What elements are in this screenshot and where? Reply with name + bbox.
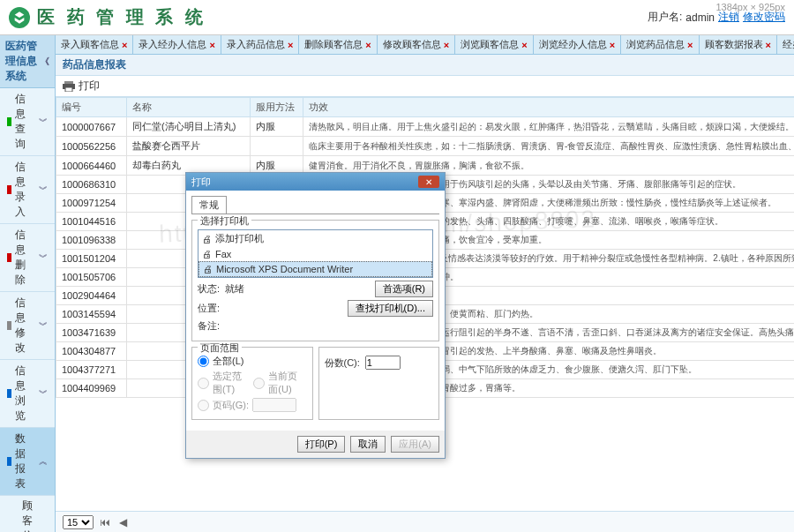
tab-general[interactable]: 常规: [191, 196, 227, 214]
pager: 15 ⏮ ◀ 显示1到15,共4813记录: [56, 511, 794, 532]
range-all-radio[interactable]: [198, 356, 209, 367]
table-row[interactable]: 1000007667同仁堂(清心明目上清丸)内服清热散风，明目止痛。用于上焦火盛…: [56, 117, 795, 137]
menu-icon: [7, 253, 11, 262]
tab[interactable]: 顾客数据报表×: [700, 35, 777, 54]
chevron-down-icon: ︾: [39, 116, 48, 128]
chevron-down-icon: ︾: [39, 387, 48, 400]
sidebar-item[interactable]: 信息查询︾: [0, 88, 55, 156]
printer-icon: 🖨: [202, 249, 212, 259]
svg-rect-0: [64, 81, 73, 84]
printer-group: 选择打印机 🖨添加打印机🖨Fax🖨Microsoft XPS Document …: [191, 220, 439, 341]
column-header[interactable]: 编号: [56, 98, 127, 117]
chevron-down-icon: ︾: [39, 184, 48, 196]
menu-icon: [7, 117, 11, 126]
chevron-up-icon: ︽: [39, 455, 48, 468]
tab-close-icon[interactable]: ×: [122, 40, 127, 50]
column-header[interactable]: 名称: [127, 98, 251, 117]
sidebar-item[interactable]: 信息浏览︾: [0, 360, 55, 428]
first-page-btn[interactable]: ⏮: [99, 516, 111, 528]
tab-close-icon[interactable]: ×: [209, 40, 214, 50]
dialog-apply-button: 应用(A): [391, 436, 439, 453]
tab-close-icon[interactable]: ×: [610, 40, 615, 50]
preferences-button[interactable]: 首选项(R): [375, 281, 433, 297]
menu-icon: [7, 185, 11, 194]
tab[interactable]: 录入顾客信息×: [56, 35, 133, 54]
panel-title: 药品信息报表: [56, 55, 794, 76]
collapse-icon[interactable]: 《: [41, 56, 49, 68]
tab-close-icon[interactable]: ×: [288, 40, 293, 50]
sidebar: 医药管理信息系统 《 信息查询︾信息录入︾信息删除︾信息修改︾信息浏览︾ 数据报…: [0, 35, 56, 532]
dialog-title: 打印: [191, 176, 211, 189]
tabs-bar: 录入顾客信息×录入经办人信息×录入药品信息×删除顾客信息×修改顾客信息×浏览顾客…: [56, 35, 794, 55]
pages-input: [252, 398, 296, 412]
find-printer-button[interactable]: 查找打印机(D)...: [348, 300, 433, 317]
dialog-print-button[interactable]: 打印(P): [297, 436, 346, 453]
tab[interactable]: 录入经办人信息×: [133, 35, 221, 54]
tab[interactable]: 浏览顾客信息×: [455, 35, 533, 54]
logo-area: 医 药 管 理 系 统: [9, 5, 206, 29]
copies-input[interactable]: [365, 356, 401, 370]
sidebar-item-reports[interactable]: 数据报表 ︽: [0, 428, 55, 496]
table-row[interactable]: 1000562256盐酸赛仑西平片临床主要用于各种酸相关性疾患，如：十二指肠溃疡…: [56, 137, 795, 156]
tab-close-icon[interactable]: ×: [444, 40, 449, 50]
dialog-tabs: 常规: [191, 196, 439, 214]
chevron-down-icon: ︾: [39, 251, 48, 264]
chevron-down-icon: ︾: [39, 319, 48, 332]
printer-icon: 🖨: [203, 264, 213, 274]
dialog-titlebar[interactable]: 打印 ✕: [186, 173, 445, 191]
printer-icon: 🖨: [202, 234, 212, 244]
sidebar-title: 医药管理信息系统 《: [0, 35, 55, 88]
page-size-select[interactable]: 15: [63, 515, 94, 529]
sidebar-item[interactable]: 信息录入︾: [0, 156, 55, 224]
range-group: 页面范围 全部(L) 选定范围(T) 当前页面(U) 页码(G):: [191, 347, 313, 420]
svg-rect-2: [65, 87, 72, 92]
printer-item[interactable]: 🖨添加打印机: [198, 230, 432, 247]
range-sel-radio: [198, 378, 209, 389]
tab[interactable]: 录入药品信息×: [221, 35, 299, 54]
toolbar: 打印: [56, 76, 794, 97]
tab-close-icon[interactable]: ×: [365, 40, 371, 50]
tab[interactable]: 删除顾客信息×: [299, 35, 377, 54]
menu-icon: [7, 321, 11, 330]
print-button[interactable]: 打印: [79, 79, 100, 94]
app-title: 医 药 管 理 系 统: [37, 5, 206, 29]
header: 医 药 管 理 系 统 用户名: admin 注销 修改密码: [0, 0, 794, 35]
column-header[interactable]: 功效: [303, 98, 795, 117]
tab-close-icon[interactable]: ×: [521, 40, 527, 50]
print-dialog: 打印 ✕ 常规 选择打印机 🖨添加打印机🖨Fax🖨Microsoft XPS D…: [185, 172, 446, 459]
tab[interactable]: 浏览药品信息×: [621, 35, 699, 54]
tab[interactable]: 经办人数据报表×: [777, 35, 794, 54]
tab-close-icon[interactable]: ×: [766, 40, 771, 50]
sidebar-item[interactable]: 信息修改︾: [0, 292, 55, 360]
logo-icon: [9, 7, 30, 28]
viewport-dims: 1384px × 925px: [715, 2, 785, 12]
range-pages-radio: [198, 400, 209, 411]
column-header[interactable]: 服用方法: [251, 98, 303, 117]
sidebar-sub-item[interactable]: 顾客信息报表: [0, 496, 55, 532]
tab[interactable]: 修改顾客信息×: [378, 35, 455, 54]
tab[interactable]: 浏览经办人信息×: [534, 35, 621, 54]
dialog-cancel-button[interactable]: 取消: [350, 436, 386, 453]
username: admin: [685, 11, 715, 24]
print-icon: [63, 81, 75, 92]
range-cur-radio: [253, 378, 265, 389]
printer-item[interactable]: 🖨Microsoft XPS Document Writer: [198, 261, 432, 277]
prev-page-btn[interactable]: ◀: [116, 516, 129, 528]
report-icon: [7, 457, 11, 466]
printer-item[interactable]: 🖨Fax: [198, 247, 432, 261]
user-label: 用户名:: [648, 10, 682, 25]
printer-list[interactable]: 🖨添加打印机🖨Fax🖨Microsoft XPS Document Writer: [198, 229, 433, 278]
dialog-close-button[interactable]: ✕: [418, 176, 439, 188]
tab-close-icon[interactable]: ×: [687, 40, 693, 50]
sidebar-item[interactable]: 信息删除︾: [0, 224, 55, 292]
copies-group: 份数(C):: [318, 347, 440, 420]
menu-icon: [7, 389, 11, 398]
